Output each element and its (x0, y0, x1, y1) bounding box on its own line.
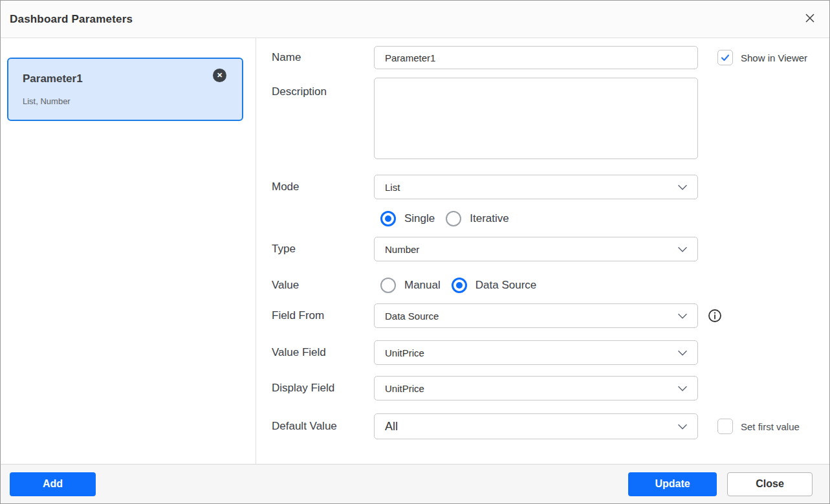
name-label: Name (272, 51, 374, 64)
value-row: Value Manual Data Source (272, 278, 829, 293)
chevron-down-icon (675, 180, 690, 194)
radio-selected-icon (380, 211, 396, 226)
radio-single[interactable]: Single (380, 211, 435, 226)
footer-actions: Update Close (628, 472, 813, 496)
value-field-select-value: UnitPrice (385, 347, 424, 358)
type-row: Type Number (272, 237, 829, 261)
type-select-value: Number (385, 244, 419, 255)
mode-label: Mode (272, 181, 374, 193)
dialog-header: Dashboard Parameters (1, 1, 829, 38)
mode-options-row: Single Iterative (272, 211, 829, 226)
dashboard-parameters-dialog: { "dialog": { "title": "Dashboard Parame… (0, 0, 830, 504)
type-label: Type (272, 243, 374, 256)
mode-row: Mode List (272, 175, 829, 199)
dialog-title: Dashboard Parameters (10, 13, 133, 26)
dialog-footer: Add Update Close (1, 464, 829, 503)
radio-iterative[interactable]: Iterative (446, 211, 508, 226)
dialog-close-button[interactable] (802, 12, 818, 27)
radio-manual[interactable]: Manual (380, 278, 441, 293)
checkbox-checked-icon (717, 50, 733, 65)
mode-select-value: List (385, 182, 400, 193)
radio-unselected-icon (380, 278, 396, 293)
info-icon[interactable] (708, 309, 722, 323)
radio-data-source[interactable]: Data Source (452, 278, 537, 293)
add-button[interactable]: Add (10, 472, 96, 496)
chevron-down-icon (675, 242, 690, 256)
value-field-select[interactable]: UnitPrice (374, 340, 698, 365)
radio-data-source-label: Data Source (475, 279, 537, 292)
close-icon (805, 13, 815, 26)
radio-unselected-icon (446, 211, 461, 226)
chevron-down-icon (675, 345, 690, 360)
display-field-select[interactable]: UnitPrice (374, 376, 698, 400)
parameter-card[interactable]: Parameter1 List, Number ✕ (7, 58, 243, 121)
close-button[interactable]: Close (727, 472, 813, 496)
parameter-card-name: Parameter1 (23, 72, 229, 85)
description-row: Description (272, 78, 829, 162)
mode-select[interactable]: List (374, 175, 698, 199)
field-from-select-value: Data Source (385, 311, 439, 322)
display-field-row: Display Field UnitPrice (272, 376, 829, 400)
field-from-select[interactable]: Data Source (374, 303, 698, 328)
description-textarea[interactable] (374, 78, 698, 159)
parameter-form: Name Show in Viewer Description Mod (256, 38, 829, 465)
display-field-label: Display Field (272, 382, 374, 395)
value-label: Value (272, 279, 374, 292)
default-value-select-value: All (385, 420, 398, 433)
show-in-viewer-label: Show in Viewer (741, 52, 807, 63)
default-value-row: Default Value All Set first value (272, 413, 829, 439)
field-from-label: Field From (272, 309, 374, 322)
dialog-body: Parameter1 List, Number ✕ Name Show in V… (1, 38, 829, 465)
delete-icon: ✕ (217, 71, 223, 80)
name-input[interactable] (374, 46, 698, 69)
chevron-down-icon (675, 309, 690, 323)
value-field-row: Value Field UnitPrice (272, 340, 829, 365)
set-first-value-checkbox[interactable]: Set first value (717, 419, 800, 434)
radio-manual-label: Manual (404, 279, 441, 292)
name-row: Name Show in Viewer (272, 46, 829, 69)
mode-options-radio-group: Single Iterative (374, 211, 520, 226)
radio-single-label: Single (404, 212, 435, 225)
set-first-value-label: Set first value (741, 421, 800, 432)
update-button[interactable]: Update (628, 472, 717, 496)
parameter-list-panel: Parameter1 List, Number ✕ (1, 38, 256, 465)
field-from-row: Field From Data Source (272, 303, 829, 328)
display-field-select-value: UnitPrice (385, 383, 424, 394)
radio-selected-icon (452, 278, 467, 293)
value-options-radio-group: Manual Data Source (374, 278, 547, 293)
chevron-down-icon (675, 419, 690, 433)
default-value-select[interactable]: All (374, 413, 698, 439)
delete-parameter-button[interactable]: ✕ (213, 69, 226, 82)
parameter-card-summary: List, Number (23, 96, 229, 106)
description-label: Description (272, 78, 374, 98)
chevron-down-icon (675, 381, 690, 395)
radio-iterative-label: Iterative (470, 212, 508, 225)
show-in-viewer-checkbox[interactable]: Show in Viewer (717, 50, 807, 65)
type-select[interactable]: Number (374, 237, 698, 261)
value-field-label: Value Field (272, 346, 374, 359)
checkbox-unchecked-icon (717, 419, 733, 434)
default-value-label: Default Value (272, 420, 374, 433)
